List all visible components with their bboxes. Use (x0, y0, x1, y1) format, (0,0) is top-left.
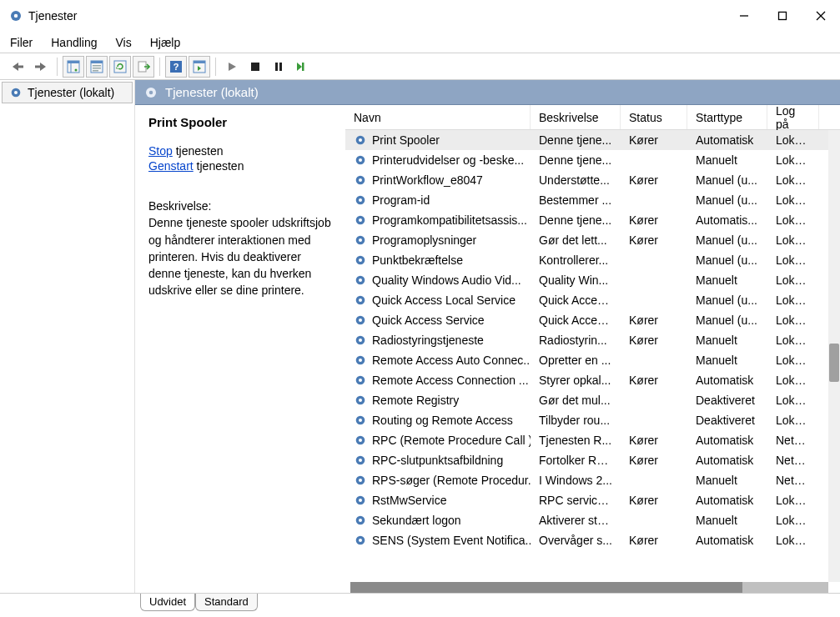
svg-point-72 (359, 539, 362, 542)
cell-logon: Lokalt s (767, 414, 819, 427)
cell-starttype: Automatisk (687, 454, 767, 467)
restart-service-button[interactable] (291, 56, 313, 78)
column-header-starttype[interactable]: Starttype (687, 105, 767, 129)
service-name-text: Remote Registry (372, 394, 459, 407)
table-row[interactable]: Quick Access Local ServiceQuick Acces...… (345, 290, 840, 310)
refresh-button[interactable] (109, 56, 131, 78)
svg-point-36 (359, 178, 362, 182)
stop-suffix: tjenesten (173, 144, 224, 158)
restart-service-link[interactable]: Genstart (148, 159, 194, 173)
properties-button[interactable] (86, 56, 108, 78)
svg-point-64 (359, 459, 362, 462)
minimize-button[interactable] (725, 3, 763, 28)
cell-desc: Kontrollerer... (531, 253, 621, 267)
table-row[interactable]: ProgramoplysningerGør det lett...KørerMa… (345, 230, 840, 250)
restart-suffix: tjenesten (194, 159, 244, 173)
table-row[interactable]: Remote RegistryGør det mul...Deaktiveret… (345, 390, 840, 410)
table-row[interactable]: Programkompatibilitetsassis...Denne tjen… (345, 210, 840, 230)
cell-starttype: Manuelt (687, 273, 767, 287)
table-row[interactable]: Quick Access ServiceQuick Acces...KørerM… (345, 310, 840, 330)
table-row[interactable]: RstMwServiceRPC service, ...KørerAutomat… (345, 490, 840, 510)
action-pane-button[interactable] (189, 56, 210, 78)
svg-point-46 (359, 278, 362, 282)
service-name-text: Quick Access Local Service (372, 293, 516, 307)
cell-starttype: Manuel (u... (687, 253, 767, 267)
cell-name: RstMwService (345, 494, 531, 507)
vertical-scrollbar[interactable] (828, 130, 840, 582)
cell-logon: Lokal tj (767, 293, 819, 307)
close-button[interactable] (802, 3, 840, 28)
menu-action[interactable]: Handling (51, 36, 97, 49)
vertical-scroll-thumb[interactable] (829, 344, 839, 382)
column-header-logon[interactable]: Log på (767, 105, 819, 129)
table-row[interactable]: Remote Access Connection ...Styrer opkal… (345, 370, 840, 390)
stop-service-button[interactable] (244, 56, 266, 78)
cell-starttype: Automatisk (687, 133, 767, 147)
horizontal-scroll-thumb[interactable] (350, 582, 742, 593)
cell-starttype: Manuelt (687, 153, 767, 167)
table-row[interactable]: RPS-søger (Remote Procedur...I Windows 2… (345, 470, 840, 490)
service-row-icon (354, 233, 367, 247)
stop-service-link[interactable]: Stop (148, 144, 173, 158)
table-row[interactable]: RPC (Remote Procedure Call )Tjenesten R.… (345, 430, 840, 450)
pause-service-button[interactable] (268, 56, 289, 78)
table-row[interactable]: Quality Windows Audio Vid...Quality Win.… (345, 270, 840, 290)
cell-name: Remote Access Connection ... (345, 374, 531, 387)
cell-desc: Opretter en ... (531, 354, 621, 367)
menu-view[interactable]: Vis (116, 36, 132, 49)
cell-status: Kører (621, 534, 687, 547)
svg-rect-14 (93, 65, 101, 67)
table-row[interactable]: Program-idBestemmer ...Manuel (u...Lokal… (345, 190, 840, 210)
svg-point-50 (359, 319, 362, 322)
menu-help[interactable]: Hjælp (150, 36, 181, 49)
tree-root-node[interactable]: Tjenester (lokalt) (2, 82, 133, 103)
cell-name: Programkompatibilitetsassis... (345, 213, 531, 227)
column-header-description[interactable]: Beskrivelse (531, 105, 621, 129)
table-row[interactable]: RPC-slutpunktsafbildningFortolker RP...K… (345, 450, 840, 470)
svg-rect-23 (251, 63, 259, 71)
cell-name: Printerudvidelser og -beske... (345, 153, 531, 167)
cell-name: PrintWorkflow_e8047 (345, 173, 531, 187)
table-row[interactable]: PunktbekræftelseKontrollerer...Manuel (u… (345, 250, 840, 270)
service-row-icon (354, 534, 367, 547)
table-row[interactable]: Printerudvidelser og -beske...Denne tjen… (345, 150, 840, 170)
svg-rect-26 (302, 63, 304, 71)
table-row[interactable]: SENS (System Event Notifica...Overvåger … (345, 530, 840, 550)
menu-file[interactable]: Filer (10, 36, 33, 49)
cell-status: Kører (621, 133, 687, 147)
table-row[interactable]: RadiostyringstjenesteRadiostyrin...Kører… (345, 330, 840, 350)
table-row[interactable]: Sekundært logonAktiverer sta...ManueltLo… (345, 510, 840, 530)
table-row[interactable]: PrintWorkflow_e8047Understøtte...KørerMa… (345, 170, 840, 190)
cell-logon: Lokalt s (767, 233, 819, 247)
svg-point-34 (359, 158, 362, 162)
column-header-name[interactable]: Navn (345, 105, 531, 129)
cell-starttype: Manuel (u... (687, 314, 767, 327)
maximize-button[interactable] (763, 3, 802, 28)
cell-desc: Understøtte... (531, 173, 621, 187)
help-button[interactable]: ? (165, 56, 187, 78)
tab-standard[interactable]: Standard (195, 594, 258, 611)
menu-bar: Filer Handling Vis Hjælp (0, 32, 840, 53)
cell-name: RPS-søger (Remote Procedur... (345, 474, 531, 487)
back-button[interactable] (7, 56, 28, 78)
export-list-button[interactable] (133, 56, 154, 78)
service-row-icon (354, 474, 367, 487)
service-name-text: Printerudvidelser og -beske... (372, 153, 524, 167)
table-row[interactable]: Remote Access Auto Connec...Opretter en … (345, 350, 840, 370)
show-hide-tree-button[interactable] (63, 56, 84, 78)
cell-desc: Denne tjene... (531, 153, 621, 167)
svg-point-40 (359, 218, 362, 222)
cell-logon: Lokal tj (767, 334, 819, 347)
table-row[interactable]: Routing og Remote AccessTilbyder rou...D… (345, 410, 840, 430)
svg-point-54 (359, 359, 362, 362)
cell-desc: I Windows 2... (531, 474, 621, 487)
table-row[interactable]: Print SpoolerDenne tjene...KørerAutomati… (345, 130, 840, 150)
column-header-status[interactable]: Status (621, 105, 687, 129)
description-text: Denne tjeneste spooler udskriftsjob og h… (148, 214, 335, 298)
tab-extended[interactable]: Udvidet (140, 594, 195, 611)
start-service-button[interactable] (221, 56, 243, 78)
cell-status: Kører (621, 454, 687, 467)
horizontal-scrollbar[interactable] (350, 582, 828, 593)
forward-button[interactable] (30, 56, 52, 78)
service-row-icon (354, 374, 367, 387)
